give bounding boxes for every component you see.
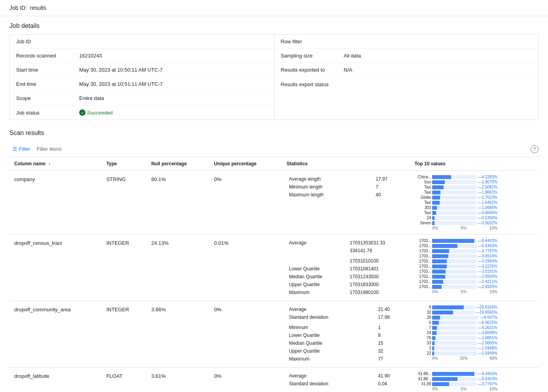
bar-fill (432, 275, 445, 279)
stat-value: 7 (374, 183, 405, 190)
stat-row: Upper Quartile32 (287, 348, 404, 355)
bar-row: 41.89 —3.7797% (414, 382, 497, 386)
bar-track (432, 206, 477, 210)
detail-sampling-size: Sampling size All data (275, 49, 539, 63)
stat-label: Maximum (287, 289, 347, 296)
stat-label: Upper Quartile (287, 281, 347, 288)
bar-fill (432, 321, 439, 325)
succeeded-icon: ✓ (79, 109, 85, 116)
stat-row (287, 255, 404, 257)
filter-button[interactable]: ☰ Filter (9, 144, 33, 153)
bar-pct: —1.8661% (478, 190, 497, 194)
bar-fill (432, 326, 437, 330)
stat-row: 17031010100 (287, 257, 404, 264)
bar-fill (432, 249, 449, 253)
bar-pct: —3.7797% (478, 382, 497, 386)
bar-pct: —3.8598% (478, 331, 497, 335)
bar-pct: —0.8646% (478, 211, 497, 215)
bar-pct: —2.0005% (478, 341, 497, 345)
cell-unique-pct: 0.01% (209, 235, 282, 301)
axis-label: 0% (432, 290, 438, 294)
detail-end-time: End time May 30, 2023 at 10:51:11 AM UTC… (10, 77, 274, 91)
stat-label: Average (287, 239, 347, 246)
stat-row: Average17031353031.33 (287, 239, 404, 246)
detail-scope: Scope Entire data (10, 91, 274, 105)
bar-row: Seven —0.5032% (414, 221, 497, 225)
stat-label: Lower Quartile (287, 332, 375, 339)
bar-row: Sun —2.8075% (414, 180, 497, 184)
stat-value: 15 (376, 340, 404, 347)
bar-row: Taxi —0.8646% (414, 211, 497, 215)
stat-label: Standard deviation (287, 314, 375, 321)
bar-label: 1703... (414, 239, 431, 243)
bar-track (432, 239, 477, 243)
bar-track (432, 321, 477, 325)
bar-pct: —6.607% (480, 315, 497, 320)
bar-fill (432, 331, 437, 335)
stat-value: 17031243500 (348, 273, 405, 280)
bar-fill (432, 382, 449, 386)
stat-label: Standard deviation (287, 380, 375, 387)
bar-fill (432, 270, 446, 274)
cell-stats: Average41.90Standard deviation0.04 (282, 368, 410, 392)
bar-fill (432, 185, 443, 189)
detail-results-exported-to: Results exported to N/A (275, 63, 539, 77)
axis-label: 0% (432, 356, 438, 361)
cell-null-pct: 24.13% (147, 235, 209, 301)
cell-type: INTEGER (102, 235, 147, 301)
col-header-statistics: Statistics (282, 157, 410, 171)
stat-label: Average (287, 306, 375, 313)
stat-row: Maximum77 (287, 355, 404, 362)
stat-value: 0.04 (376, 380, 404, 387)
stat-label: Upper Quartile (287, 348, 375, 355)
stat-row: Upper Quartile17031833000 (287, 281, 404, 288)
help-icon[interactable]: ? (531, 145, 539, 153)
cell-chart: 1703... —9.4453% 1703... —5.6303% 1703..… (410, 235, 539, 301)
col-header-column-name[interactable]: Column name ↑ (9, 157, 102, 171)
bar-track (432, 175, 477, 179)
bar-row: 303 —1.0685% (414, 205, 497, 210)
bar-axis: 0%5%10% (414, 387, 497, 391)
bar-fill (432, 190, 440, 194)
bar-track (432, 221, 477, 225)
bar-track (432, 180, 477, 184)
bar-label: Taxi (414, 190, 431, 194)
table-row: dropoff_community_areaINTEGER3.86%0%Aver… (9, 301, 539, 368)
axis-label: 5% (461, 226, 466, 230)
bar-row: 1703... —2.4211% (414, 279, 497, 284)
bar-fill (432, 175, 451, 179)
bar-label: 41.88... (414, 372, 431, 376)
axis-label: 10% (489, 387, 497, 391)
stat-label (287, 255, 347, 257)
stat-value: 1 (376, 324, 404, 331)
stat-row: Average length17.97 (287, 176, 404, 183)
bar-track (432, 372, 477, 376)
bar-track (432, 346, 477, 350)
bar-label: 33 (414, 341, 431, 345)
bar-fill (432, 372, 474, 376)
cell-type: STRING (102, 171, 147, 235)
bar-fill (432, 259, 447, 263)
stat-row: Standard deviation0.04 (287, 380, 404, 387)
bar-label: 1703... (414, 279, 431, 284)
bar-fill (432, 211, 436, 215)
bar-fill (432, 254, 448, 258)
col-header-type: Type (102, 157, 147, 171)
table-row: dropoff_census_tractINTEGER24.13%0.01%Av… (9, 235, 539, 301)
bar-fill (432, 280, 443, 284)
bar-pct: —0.5358% (478, 216, 497, 220)
job-details-left: Job ID Records scanned 16210243 Start ti… (10, 35, 274, 120)
axis-label: 10% (489, 226, 497, 230)
table-header-row: Column name ↑ Type Null percentage Uniqu… (9, 157, 539, 171)
axis-label: 5% (461, 387, 466, 391)
bar-pct: —2.4211% (478, 279, 497, 284)
job-id-label: Job ID: (9, 5, 27, 11)
detail-start-time: Start time May 30, 2023 at 10:50:11 AM U… (10, 63, 274, 77)
stat-label: Minimum (287, 324, 375, 331)
bar-row: 1703... —9.4453% (414, 239, 497, 243)
bar-chart: 8 —29.8104% 32 —19.6565% 28 —6.607% 6 —6… (414, 305, 497, 361)
job-details-section: Job details Job ID Records scanned 16210… (9, 22, 539, 120)
stat-value: 17031980100 (348, 289, 405, 296)
bar-row: 1703... —3.2964% (414, 259, 497, 263)
bar-row: 41.88... —5.6303% (414, 377, 497, 381)
